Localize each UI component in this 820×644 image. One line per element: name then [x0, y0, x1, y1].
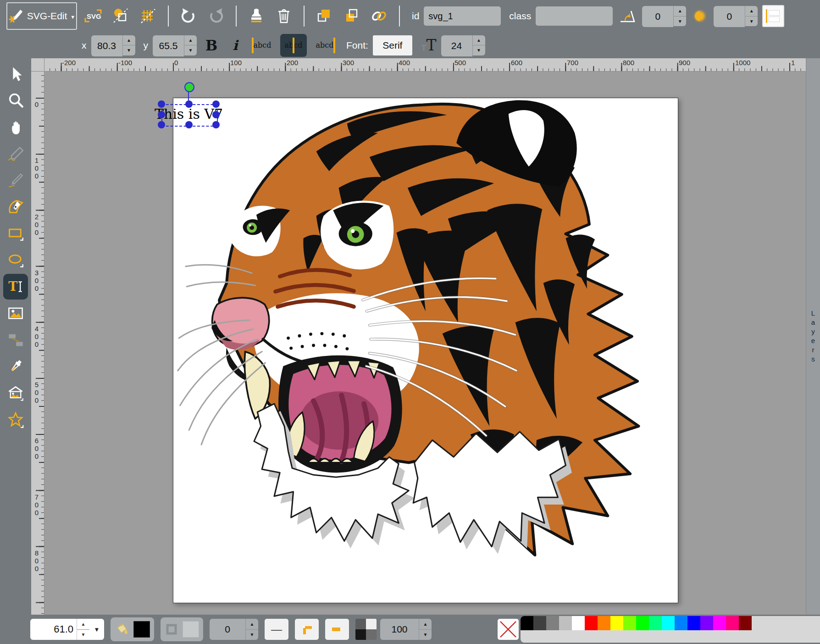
- palette-swatch-#000000[interactable]: [521, 616, 533, 630]
- tool-image-button[interactable]: [3, 300, 28, 326]
- resize-handle-w[interactable]: [158, 111, 165, 118]
- x-field: ▲▼: [91, 35, 135, 56]
- tool-shape-library-button[interactable]: [3, 380, 28, 406]
- bold-button[interactable]: B: [201, 37, 222, 54]
- palette-swatch-#bfbfbf[interactable]: [559, 616, 572, 630]
- resize-handle-ne[interactable]: [212, 100, 220, 108]
- ruler-top-label: 900: [679, 59, 690, 67]
- palette-swatch-#7f7f7f[interactable]: [546, 616, 559, 630]
- y-spinner[interactable]: ▲▼: [184, 35, 197, 56]
- tool-text-button[interactable]: T: [3, 274, 28, 300]
- palette-swatch-#0000ff[interactable]: [687, 616, 700, 630]
- resize-handle-n[interactable]: [185, 100, 193, 108]
- resize-handle-nw[interactable]: [158, 100, 165, 108]
- text-anchor-end-button[interactable]: abcd: [311, 34, 338, 57]
- x-label: x: [82, 40, 87, 51]
- tool-rectangle-button[interactable]: [3, 221, 28, 246]
- palette-swatch-#00ffff[interactable]: [662, 616, 675, 630]
- resize-handle-sw[interactable]: [158, 121, 165, 128]
- font-size-input[interactable]: [441, 35, 472, 56]
- tool-zoom-button[interactable]: [3, 88, 28, 113]
- font-size-spinner[interactable]: ▲▼: [472, 35, 485, 56]
- clone-button[interactable]: [245, 3, 268, 29]
- palette-swatch-#00ff7f[interactable]: [649, 616, 662, 630]
- linejoin-button[interactable]: [295, 619, 319, 640]
- palette-swatch-#ff007f[interactable]: [726, 616, 739, 630]
- x-input[interactable]: [91, 35, 122, 56]
- ruler-left-label: 100: [33, 156, 40, 180]
- tool-path-button[interactable]: [3, 194, 28, 220]
- palette-swatch-#ff7f00[interactable]: [598, 616, 610, 630]
- layers-panel-handle[interactable]: Layers: [806, 58, 820, 615]
- ruler-top-label: 200: [287, 59, 298, 67]
- palette-swatch-#007fff[interactable]: [675, 616, 687, 630]
- link-button[interactable]: [368, 3, 391, 29]
- tool-select-button[interactable]: [3, 61, 28, 87]
- resize-handle-s[interactable]: [185, 121, 193, 128]
- text-anchor-start-button[interactable]: abcd: [249, 34, 276, 57]
- palette-swatch-#ff00ff[interactable]: [713, 616, 726, 630]
- tool-ellipse-button[interactable]: [3, 247, 28, 273]
- ruler-left-label: 400: [33, 325, 40, 348]
- opacity-input[interactable]: [380, 619, 419, 640]
- svg-canvas[interactable]: [173, 98, 678, 603]
- resize-handle-se[interactable]: [212, 121, 220, 128]
- stroke-width-spinner[interactable]: ▲▼: [245, 619, 258, 640]
- tool-connector-button[interactable]: [3, 327, 28, 353]
- palette-swatch-#00ff00[interactable]: [636, 616, 649, 630]
- opacity-widget: ▲▼: [355, 619, 432, 640]
- main-menu-button[interactable]: SVG-Edit ▼: [6, 2, 77, 30]
- angle-input[interactable]: [642, 6, 673, 27]
- opacity-spinner[interactable]: ▲▼: [419, 619, 432, 640]
- align-position-button[interactable]: [762, 5, 784, 27]
- text-anchor-middle-button[interactable]: abcd: [280, 34, 307, 57]
- palette-swatch-#7f00ff[interactable]: [700, 616, 713, 630]
- ruler-left-label: 800: [33, 549, 40, 572]
- delete-icon[interactable]: [272, 3, 295, 29]
- palette-swatch-#7f0000[interactable]: [739, 616, 752, 630]
- blur-input[interactable]: [714, 6, 745, 27]
- snap-grid-button[interactable]: [137, 3, 160, 29]
- tool-pan-button[interactable]: [3, 114, 28, 140]
- wireframe-button[interactable]: [109, 3, 132, 29]
- workarea[interactable]: -200-10001002003004005006007008009001000…: [31, 58, 820, 615]
- zoom-input[interactable]: [30, 623, 77, 636]
- palette-swatch-#ffffff[interactable]: [572, 616, 585, 630]
- palette-swatch-#3f3f3f[interactable]: [533, 616, 546, 630]
- tool-star-button[interactable]: [3, 407, 28, 433]
- rotate-handle[interactable]: [184, 82, 194, 92]
- y-input[interactable]: [153, 35, 184, 56]
- stroke-color-swatch[interactable]: [183, 621, 199, 638]
- palette-swatch-#ffff00[interactable]: [610, 616, 623, 630]
- font-family-button[interactable]: Serif: [373, 35, 412, 56]
- id-input[interactable]: [424, 6, 501, 26]
- tool-line-button[interactable]: [3, 167, 28, 193]
- fill-color-swatch[interactable]: [133, 621, 150, 638]
- tool-eyedropper-button[interactable]: [3, 354, 28, 379]
- move-to-bottom-button[interactable]: [340, 3, 363, 29]
- zoom-dropdown-icon[interactable]: ▼: [89, 626, 104, 633]
- x-spinner[interactable]: ▲▼: [122, 35, 135, 56]
- fill-color-widget[interactable]: [111, 617, 154, 641]
- tool-pencil-button[interactable]: [3, 141, 28, 167]
- zoom-spinner[interactable]: ▲▼: [77, 619, 89, 640]
- angle-icon: [617, 3, 637, 29]
- redo-button[interactable]: [205, 3, 227, 29]
- svg-text:SVG: SVG: [87, 12, 101, 20]
- undo-button[interactable]: [177, 3, 200, 29]
- stroke-style-button[interactable]: —: [265, 619, 288, 640]
- palette-none-swatch[interactable]: [498, 619, 519, 640]
- resize-handle-e[interactable]: [212, 111, 220, 118]
- italic-button[interactable]: i: [226, 38, 244, 53]
- stroke-color-widget[interactable]: [161, 617, 203, 641]
- linecap-button[interactable]: [325, 619, 349, 640]
- move-to-top-button[interactable]: [313, 3, 336, 29]
- stroke-width-input[interactable]: [210, 619, 245, 640]
- angle-spinner[interactable]: ▲▼: [673, 6, 686, 26]
- class-input[interactable]: [536, 6, 613, 26]
- palette-swatch-#7fff00[interactable]: [623, 616, 636, 630]
- svg-source-button[interactable]: SVG: [82, 3, 105, 29]
- palette-swatch-#ff0000[interactable]: [585, 616, 598, 630]
- left-tool-panel: T: [0, 58, 31, 615]
- blur-spinner[interactable]: ▲▼: [745, 6, 758, 26]
